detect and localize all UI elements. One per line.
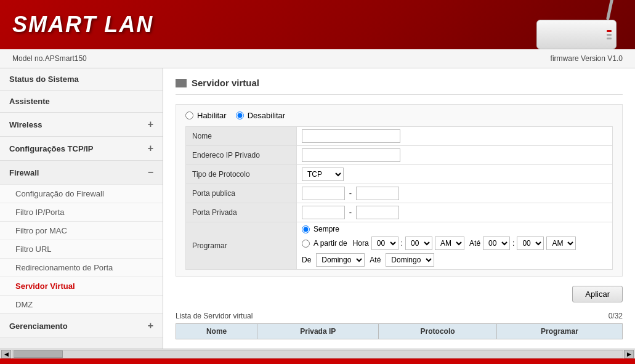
- porta-privada-input-to[interactable]: [356, 206, 399, 219]
- ip-privado-input-cell: [297, 146, 613, 165]
- col-protocolo: Protocolo: [379, 324, 497, 339]
- habilitar-label[interactable]: Habilitar: [185, 111, 227, 120]
- scroll-track[interactable]: [12, 350, 623, 358]
- apply-button[interactable]: Aplicar: [572, 286, 623, 302]
- ip-privado-label: Endereco IP Privado: [186, 146, 297, 165]
- list-table: Nome Privada IP Protocolo Programar: [176, 323, 623, 339]
- nome-input-cell: [297, 127, 613, 146]
- tipo-protocolo-select[interactable]: TCP UDP Ambos: [302, 168, 344, 181]
- sidebar-item-assistente[interactable]: Assistente: [0, 91, 163, 113]
- sidebar-sub-redirecionamento[interactable]: Redirecionamento de Porta: [0, 258, 163, 277]
- tipo-protocolo-select-cell: TCP UDP Ambos: [297, 165, 613, 184]
- ip-privado-input[interactable]: [302, 148, 400, 162]
- sidebar-sub-filtro-url[interactable]: Filtro URL: [0, 240, 163, 258]
- sidebar-item-assistente-label[interactable]: Assistente: [0, 91, 163, 112]
- footer: Copyright © 2012 Smartlan - Todos os Dir…: [0, 358, 635, 364]
- to-hour-select[interactable]: 00010203 04050607 08091011 12: [483, 237, 510, 250]
- sidebar-item-gerenciamento[interactable]: Gerenciamento +: [0, 314, 163, 338]
- firmware-version: firmware Version V1.0: [551, 54, 623, 63]
- from-ampm-select[interactable]: AMPM: [435, 237, 464, 250]
- de-label: De: [302, 256, 311, 264]
- porta-publica-input-cell: -: [297, 184, 613, 203]
- to-day-select[interactable]: DomingoSegundaTerça QuartaQuintaSextaSáb…: [386, 253, 434, 267]
- scroll-thumb[interactable]: [14, 350, 63, 358]
- from-hour-select[interactable]: 00010203 04050607 08091011 12: [371, 237, 398, 250]
- device-illustration: [524, 3, 623, 49]
- tipo-protocolo-label: Tipo de Protocolo: [186, 165, 297, 184]
- sempre-row: Sempre: [302, 225, 607, 233]
- form-table: Nome Endereco IP Privado Tipo de Protoco…: [185, 126, 613, 270]
- wireless-expand-icon: +: [148, 119, 153, 130]
- list-title: Lista de Servidor virtual: [176, 312, 253, 320]
- enable-disable-row: Habilitar Desabilitar: [185, 111, 613, 120]
- sidebar-sub-dmz[interactable]: DMZ: [0, 295, 163, 313]
- day-range-row: De DomingoSegundaTerça QuartaQuintaSexta…: [302, 253, 607, 267]
- nome-row: Nome: [186, 127, 613, 146]
- ate-day-label: Até: [370, 256, 381, 264]
- sidebar-sub-filtro-ip[interactable]: Filtro IP/Porta: [0, 203, 163, 221]
- page-title: Servidor virtual: [176, 78, 623, 95]
- porta-publica-input-to[interactable]: [356, 187, 399, 200]
- porta-privada-label: Porta Privada: [186, 203, 297, 222]
- col-nome: Nome: [176, 324, 257, 339]
- from-day-select[interactable]: DomingoSegundaTerça QuartaQuintaSextaSáb…: [316, 253, 365, 267]
- model-number: Model no.APSmart150: [12, 54, 87, 63]
- porta-privada-input-from[interactable]: [302, 206, 345, 219]
- porta-privada-input-cell: -: [297, 203, 613, 222]
- content-area: Servidor virtual Habilitar Desabilitar N…: [163, 68, 635, 349]
- porta-publica-row: Porta publica -: [186, 184, 613, 203]
- sidebar-item-status-label[interactable]: Status do Sistema: [0, 68, 163, 90]
- form-area: Habilitar Desabilitar Nome Endereco IP P…: [176, 104, 623, 277]
- sidebar-sub-servidor-virtual[interactable]: Servidor Virtual: [0, 277, 163, 295]
- habilitar-radio[interactable]: [185, 111, 193, 119]
- nome-label: Nome: [186, 127, 297, 146]
- hora-label: Hora: [353, 239, 369, 248]
- sidebar-item-wireless[interactable]: Wireless +: [0, 113, 163, 137]
- list-section: Lista de Servidor virtual 0/32 Nome Priv…: [176, 312, 623, 339]
- list-header: Lista de Servidor virtual 0/32: [176, 312, 623, 320]
- page-title-icon: [176, 79, 187, 87]
- main-layout: Status do Sistema Assistente Wireless + …: [0, 68, 635, 349]
- list-count: 0/32: [609, 312, 623, 320]
- porta-privada-dash: -: [349, 208, 352, 217]
- sidebar-item-wireless-label[interactable]: Wireless +: [0, 113, 163, 136]
- list-columns-row: Nome Privada IP Protocolo Programar: [176, 324, 623, 339]
- sidebar-item-firewall-label[interactable]: Firewall −: [0, 161, 163, 184]
- sidebar-item-status[interactable]: Status do Sistema: [0, 68, 163, 91]
- ate-label: Até: [469, 239, 480, 248]
- to-ampm-select[interactable]: AMPM: [546, 237, 576, 250]
- sempre-option[interactable]: Sempre: [302, 225, 339, 233]
- colon2: :: [512, 239, 514, 248]
- sidebar-sub-config-firewall[interactable]: Configuração do Firewall: [0, 184, 163, 203]
- scroll-right-button[interactable]: ▶: [624, 350, 634, 358]
- apply-row: Aplicar: [176, 286, 623, 302]
- programar-options: Sempre A partir de Hora 0001020: [302, 225, 607, 267]
- desabilitar-radio[interactable]: [236, 111, 244, 119]
- scrollbar-area: ◀ ▶: [0, 349, 635, 358]
- sidebar-item-firewall[interactable]: Firewall − Configuração do Firewall Filt…: [0, 161, 163, 314]
- gerenciamento-expand-icon: +: [148, 320, 153, 331]
- sidebar-item-gerenciamento-label[interactable]: Gerenciamento +: [0, 314, 163, 338]
- tipo-protocolo-row: Tipo de Protocolo TCP UDP Ambos: [186, 165, 613, 184]
- porta-publica-input-from[interactable]: [302, 187, 345, 200]
- to-min-select[interactable]: 00153045: [517, 237, 544, 250]
- from-min-select[interactable]: 00153045: [405, 237, 432, 250]
- nome-input[interactable]: [302, 129, 400, 143]
- scroll-left-button[interactable]: ◀: [1, 350, 11, 358]
- colon1: :: [401, 239, 403, 248]
- desabilitar-label[interactable]: Desabilitar: [236, 111, 285, 120]
- a-partir-radio[interactable]: [302, 240, 310, 248]
- a-partir-option[interactable]: A partir de: [302, 239, 347, 248]
- sidebar-sub-filtro-mac[interactable]: Filtro por MAC: [0, 221, 163, 240]
- firewall-expand-icon: −: [148, 167, 153, 178]
- logo: SMART LAN: [12, 12, 153, 38]
- programar-cell: Sempre A partir de Hora 0001020: [297, 222, 613, 270]
- col-programar: Programar: [496, 324, 622, 339]
- porta-publica-dash: -: [349, 188, 352, 198]
- sempre-radio[interactable]: [302, 225, 310, 233]
- model-bar: Model no.APSmart150 firmware Version V1.…: [0, 49, 635, 68]
- sidebar-item-tcp[interactable]: Configurações TCP/IP +: [0, 137, 163, 161]
- porta-publica-label: Porta publica: [186, 184, 297, 203]
- col-privada-ip: Privada IP: [257, 324, 379, 339]
- sidebar-item-tcp-label[interactable]: Configurações TCP/IP +: [0, 137, 163, 160]
